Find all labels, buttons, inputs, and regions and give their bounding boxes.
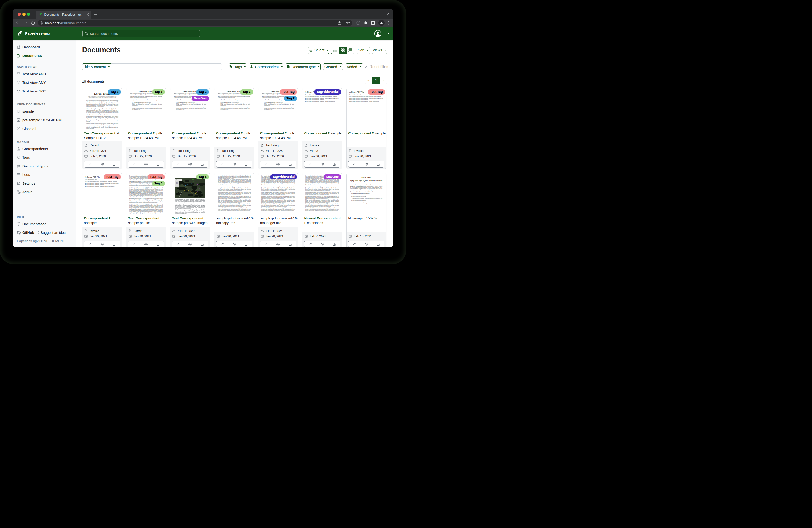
svg-text:Google Earth: Google Earth (176, 197, 182, 198)
